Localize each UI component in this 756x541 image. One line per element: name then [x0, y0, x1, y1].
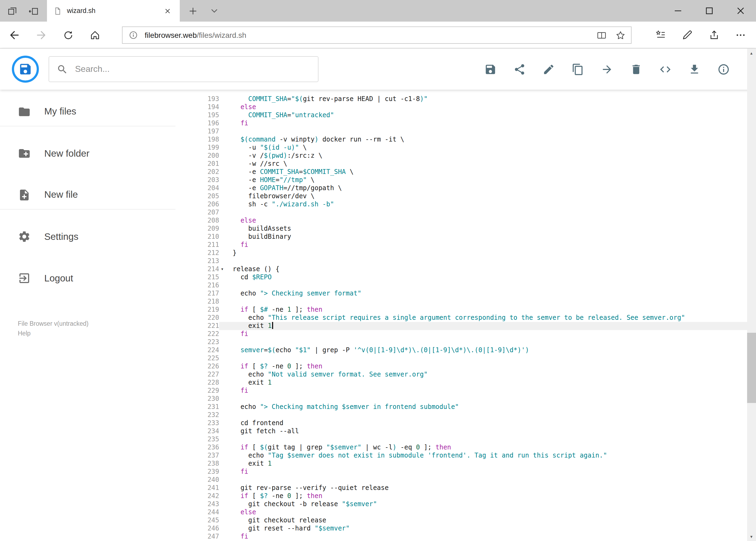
reading-view-icon[interactable]: [597, 30, 607, 40]
code-line[interactable]: 243 git checkout -b release "$semver": [175, 500, 756, 508]
code-line[interactable]: 197: [175, 128, 756, 136]
code-line[interactable]: 231 echo "> Checking matching $semver in…: [175, 403, 756, 411]
sidebar-item-settings[interactable]: Settings: [0, 222, 175, 251]
code-line[interactable]: 232: [175, 411, 756, 419]
refresh-button[interactable]: [59, 26, 77, 44]
web-note-pen-icon[interactable]: [678, 26, 696, 44]
new-tab-button[interactable]: [185, 3, 201, 19]
page-scrollbar[interactable]: ▲ ▼: [747, 49, 756, 541]
toolbar-share-button[interactable]: [513, 63, 526, 76]
code-line[interactable]: 230: [175, 395, 756, 403]
code-line[interactable]: 196 fi: [175, 119, 756, 128]
toolbar-save-button[interactable]: [484, 63, 497, 76]
code-line[interactable]: 207: [175, 209, 756, 217]
code-line[interactable]: 237 echo "Tag $semver does not exist in …: [175, 452, 756, 460]
code-line[interactable]: 202 -e COMMIT_SHA=$COMMIT_SHA \: [175, 168, 756, 176]
code-line[interactable]: 215 cd $REPO: [175, 273, 756, 281]
code-line[interactable]: 246 git reset --hard "$semver": [175, 525, 756, 533]
code-line[interactable]: 226 if [ $? -ne 0 ]; then: [175, 362, 756, 370]
tabs-aside-list-icon[interactable]: [6, 5, 19, 18]
code-line[interactable]: 204 -e GOPATH=//tmp/gopath \: [175, 184, 756, 192]
toolbar-download-button[interactable]: [688, 63, 701, 76]
share-page-icon[interactable]: [705, 26, 723, 44]
code-line[interactable]: 213: [175, 257, 756, 265]
toolbar-copy-button[interactable]: [571, 63, 584, 76]
set-tabs-aside-icon[interactable]: [27, 5, 40, 18]
code-line[interactable]: 238 exit 1: [175, 460, 756, 468]
favorite-star-icon[interactable]: [616, 30, 626, 40]
code-line-text: echo "> Checking semver format": [233, 289, 756, 297]
code-line[interactable]: 208 else: [175, 217, 756, 225]
code-line[interactable]: 219 if [ $# -ne 1 ]; then: [175, 306, 756, 314]
code-line[interactable]: 203 -e HOME="//tmp" \: [175, 176, 756, 184]
help-link[interactable]: Help: [18, 328, 175, 338]
maximize-button[interactable]: [693, 0, 725, 22]
code-line[interactable]: 201 -w //src \: [175, 160, 756, 168]
code-line[interactable]: 206 sh -c "./wizard.sh -b": [175, 201, 756, 209]
sidebar-item-logout[interactable]: Logout: [0, 264, 175, 293]
code-line[interactable]: 229 fi: [175, 387, 756, 395]
code-line[interactable]: 223: [175, 338, 756, 346]
toolbar-code-button[interactable]: [659, 63, 672, 76]
code-line[interactable]: 247 fi: [175, 533, 756, 541]
back-button[interactable]: [5, 26, 23, 44]
code-line[interactable]: 200 -v /$(pwd):/src:z \: [175, 152, 756, 160]
sidebar-item-new-file[interactable]: New file: [0, 181, 175, 210]
hub-favorites-icon[interactable]: [651, 26, 670, 44]
code-line[interactable]: 235: [175, 435, 756, 443]
code-line[interactable]: 205 filebrowser/dev \: [175, 192, 756, 201]
close-button[interactable]: [725, 0, 756, 22]
code-line[interactable]: 218: [175, 297, 756, 306]
code-line[interactable]: 211 fi: [175, 241, 756, 249]
minimize-button[interactable]: [662, 0, 693, 22]
code-line[interactable]: 221 exit 1: [175, 322, 756, 330]
code-line[interactable]: 240: [175, 476, 756, 484]
url-text[interactable]: filebrowser.web/files/wizard.sh: [145, 31, 246, 39]
code-line[interactable]: 236 if [ $(git tag | grep "$semver" | wc…: [175, 443, 756, 452]
fold-marker-icon[interactable]: ▾: [219, 265, 233, 273]
site-info-icon[interactable]: [129, 31, 137, 39]
scrollbar-thumb[interactable]: [747, 333, 756, 403]
code-line[interactable]: 212}: [175, 249, 756, 257]
code-line[interactable]: 216: [175, 281, 756, 289]
toolbar-edit-button[interactable]: [542, 63, 555, 76]
code-line[interactable]: 222 fi: [175, 330, 756, 338]
code-line[interactable]: 225: [175, 354, 756, 362]
code-line[interactable]: 214▾release () {: [175, 265, 756, 273]
code-line[interactable]: 244 else: [175, 508, 756, 516]
home-button[interactable]: [86, 26, 104, 44]
code-line[interactable]: 245 git checkout release: [175, 516, 756, 525]
toolbar-move-button[interactable]: [601, 63, 614, 76]
code-line[interactable]: 194 else: [175, 103, 756, 111]
code-line[interactable]: 199 -u "$(id -u)" \: [175, 144, 756, 152]
forward-button[interactable]: [32, 26, 51, 44]
scrollbar-down-icon[interactable]: ▼: [747, 532, 756, 541]
browser-tab[interactable]: wizard.sh: [47, 0, 180, 22]
code-line[interactable]: 224 semver=$(echo "$1" | grep -P '^v(0|[…: [175, 346, 756, 354]
code-editor[interactable]: 193 COMMIT_SHA="$(git rev-parse HEAD | c…: [175, 90, 756, 541]
code-line[interactable]: 217 echo "> Checking semver format": [175, 289, 756, 297]
sidebar-item-new-folder[interactable]: New folder: [0, 139, 175, 168]
code-line[interactable]: 198 $(command -v winpty) docker run --rm…: [175, 136, 756, 144]
code-line[interactable]: 193 COMMIT_SHA="$(git rev-parse HEAD | c…: [175, 95, 756, 103]
code-line[interactable]: 220 echo "This release script requires a…: [175, 314, 756, 322]
code-line[interactable]: 239 fi: [175, 468, 756, 476]
code-line[interactable]: 227 echo "Not valid semver format. See s…: [175, 370, 756, 379]
code-line[interactable]: 241 git rev-parse --verify --quiet relea…: [175, 484, 756, 492]
search-box[interactable]: Search...: [49, 56, 319, 82]
code-line[interactable]: 233 cd frontend: [175, 419, 756, 427]
code-line[interactable]: 228 exit 1: [175, 379, 756, 387]
tab-close-icon[interactable]: [161, 5, 173, 17]
toolbar-delete-button[interactable]: [630, 63, 642, 76]
scrollbar-up-icon[interactable]: ▲: [747, 49, 756, 58]
sidebar-item-my-files[interactable]: My files: [0, 97, 175, 126]
code-line[interactable]: 195 COMMIT_SHA="untracked": [175, 111, 756, 119]
tab-preview-chevron-icon[interactable]: [206, 3, 222, 19]
code-line[interactable]: 242 if [ $? -ne 0 ]; then: [175, 492, 756, 500]
code-line[interactable]: 210 buildBinary: [175, 233, 756, 241]
toolbar-info-button[interactable]: [717, 63, 730, 76]
code-line[interactable]: 234 git fetch --all: [175, 427, 756, 435]
code-line[interactable]: 209 buildAssets: [175, 225, 756, 233]
more-options-icon[interactable]: [731, 26, 750, 44]
address-bar[interactable]: filebrowser.web/files/wizard.sh: [122, 26, 631, 44]
